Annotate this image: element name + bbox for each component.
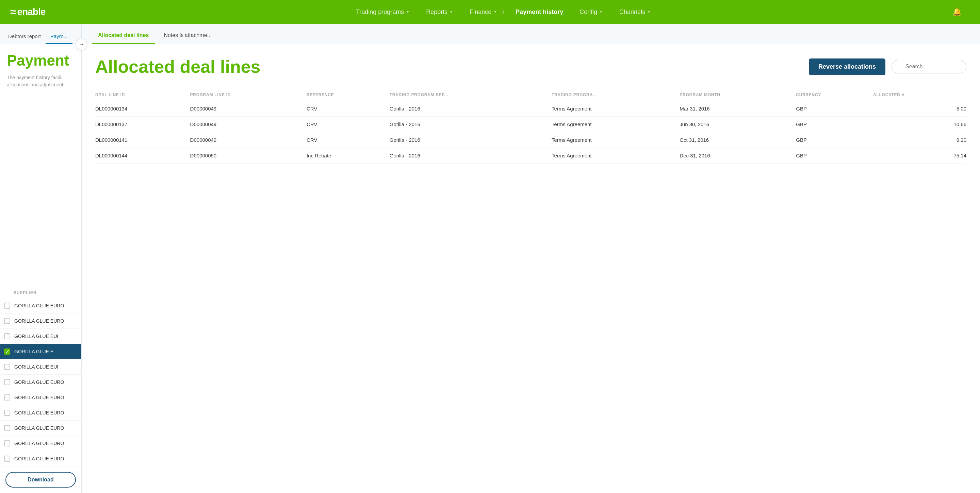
- tab-notes-attachments[interactable]: Notes & attachme...: [158, 27, 218, 44]
- supplier-name: GORILLA GLUE E: [14, 349, 53, 354]
- supplier-name: GORILLA GLUE EURO: [14, 303, 64, 308]
- table-header-row: DEAL LINE IDPROGRAM LINE IDREFERENCETRAD…: [95, 89, 966, 101]
- supplier-row[interactable]: GORILLA GLUE EURO: [0, 298, 81, 314]
- left-content: Payment The payment history facili... al…: [0, 44, 81, 288]
- supplier-checkbox[interactable]: [4, 318, 10, 324]
- cell-program_month: Oct 31, 2016: [679, 132, 796, 148]
- tab-allocated-deal-lines[interactable]: Allocated deal lines: [92, 27, 155, 44]
- supplier-row[interactable]: GORILLA GLUE EURO: [0, 451, 81, 466]
- nav-config[interactable]: Config ▼: [571, 0, 611, 24]
- nav-channels[interactable]: Channels ▼: [611, 0, 659, 24]
- supplier-name: GORILLA GLUE EURO: [14, 425, 64, 431]
- supplier-checkbox[interactable]: [4, 364, 10, 370]
- supplier-name: GORILLA GLUE EURO: [14, 441, 64, 446]
- supplier-name: GORILLA GLUE EURO: [14, 395, 64, 400]
- cell-allocated_value: 75.14: [873, 148, 966, 163]
- cell-program_month: Mar 31, 2016: [679, 101, 796, 117]
- supplier-row[interactable]: GORILLA GLUE EURO: [0, 436, 81, 451]
- cell-program_line_id: D00000049: [190, 132, 307, 148]
- page-title: Payment: [7, 52, 75, 69]
- nav-right-icons: 🔔 ⁫: [953, 8, 970, 16]
- right-tab-bar: Allocated deal lines Notes & attachme...: [82, 24, 980, 44]
- cell-currency: GBP: [796, 148, 873, 163]
- cell-program_line_id: D00000049: [190, 117, 307, 132]
- table-row[interactable]: DL000000134D00000049CRVGorilla - 2016Ter…: [95, 101, 966, 117]
- cell-allocated_value: 5.00: [873, 101, 966, 117]
- nav-payment-history[interactable]: Payment history: [508, 0, 571, 24]
- tab-debtors-report[interactable]: Debtors report: [3, 29, 46, 44]
- cell-reference: CRV: [307, 101, 390, 117]
- nav-finance-breadcrumb: Finance ▼ › Payment history: [461, 0, 571, 24]
- notification-bell-icon[interactable]: 🔔: [953, 8, 962, 16]
- supplier-row[interactable]: GORILLA GLUE EURO: [0, 314, 81, 329]
- supplier-checkbox[interactable]: [4, 379, 10, 385]
- right-panel: Allocated deal lines Notes & attachme...…: [82, 24, 980, 493]
- supplier-checkbox[interactable]: [4, 303, 10, 309]
- supplier-checkbox[interactable]: [4, 395, 10, 401]
- supplier-name: GORILLA GLUE EURO: [14, 379, 64, 385]
- allocated-deal-lines-table: DEAL LINE IDPROGRAM LINE IDREFERENCETRAD…: [95, 89, 966, 163]
- content-header: Allocated deal lines Reverse allocations…: [95, 56, 966, 77]
- supplier-row[interactable]: GORILLA GLUE EUI: [0, 329, 81, 344]
- col-header-currency: CURRENCY: [796, 89, 873, 101]
- col-header-allocated-value: ALLOCATED V: [873, 89, 966, 101]
- search-wrapper: 🔍: [891, 60, 966, 73]
- supplier-checkbox[interactable]: [4, 440, 10, 446]
- supplier-checkbox[interactable]: [4, 410, 10, 416]
- nav-trading-programs[interactable]: Trading programs ▼: [348, 0, 418, 24]
- cell-deal_line_id: DL000000134: [95, 101, 190, 117]
- nav-finance[interactable]: Finance ▼: [461, 0, 499, 24]
- cell-trading_program_ref: Gorilla - 2016: [390, 101, 552, 117]
- supplier-row[interactable]: GORILLA GLUE EURO: [0, 405, 81, 420]
- content-title: Allocated deal lines: [95, 56, 261, 77]
- cell-deal_line_id: DL000000144: [95, 148, 190, 163]
- cell-deal_line_id: DL000000141: [95, 132, 190, 148]
- supplier-row[interactable]: GORILLA GLUE EURO: [0, 390, 81, 405]
- cell-program_line_id: D00000049: [190, 101, 307, 117]
- cell-allocated_value: 9.20: [873, 132, 966, 148]
- col-header-program-line-id: PROGRAM LINE ID: [190, 89, 307, 101]
- supplier-row[interactable]: GORILLA GLUE EURO: [0, 420, 81, 436]
- supplier-checkbox[interactable]: [4, 425, 10, 431]
- app-logo[interactable]: ≈ enable: [10, 6, 54, 18]
- cell-program_line_id: D00000050: [190, 148, 307, 163]
- chevron-down-icon: ▼: [406, 10, 410, 14]
- cell-trading_program: Terms Agreement: [552, 101, 679, 117]
- table-row[interactable]: DL000000141D00000049CRVGorilla - 2016Ter…: [95, 132, 966, 148]
- left-panel: Debtors report Paym... Payment The payme…: [0, 24, 82, 493]
- supplier-name: GORILLA GLUE EURO: [14, 318, 64, 324]
- supplier-row[interactable]: ✓GORILLA GLUE E: [0, 344, 81, 359]
- tab-payment-history[interactable]: Paym...: [46, 29, 73, 44]
- supplier-checkbox[interactable]: ✓: [4, 349, 10, 355]
- logo-wave-icon: ≈: [10, 6, 16, 18]
- supplier-row[interactable]: GORILLA GLUE EURO: [0, 375, 81, 390]
- supplier-checkbox[interactable]: [4, 333, 10, 339]
- table-body: DL000000134D00000049CRVGorilla - 2016Ter…: [95, 101, 966, 163]
- main-layout: Debtors report Paym... Payment The payme…: [0, 24, 980, 493]
- cell-currency: GBP: [796, 132, 873, 148]
- supplier-list-container: SUPPLIER GORILLA GLUE EUROGORILLA GLUE E…: [0, 288, 81, 466]
- col-header-trading-program: TRADING PROGRA...: [552, 89, 679, 101]
- reverse-allocations-button[interactable]: Reverse allocations: [809, 59, 885, 75]
- page-description: The payment history facili... allocation…: [7, 74, 75, 89]
- supplier-name: GORILLA GLUE EUI: [14, 364, 58, 369]
- arrow-right-icon: →: [79, 41, 84, 48]
- cell-allocated_value: 10.66: [873, 117, 966, 132]
- supplier-list-header: SUPPLIER: [0, 288, 81, 298]
- cell-reference: Inc Rebate: [307, 148, 390, 163]
- right-content: Allocated deal lines Reverse allocations…: [82, 44, 980, 493]
- search-input[interactable]: [891, 60, 966, 73]
- chevron-down-icon: ▼: [493, 10, 497, 14]
- nav-reports[interactable]: Reports ▼: [418, 0, 461, 24]
- left-tab-bar: Debtors report Paym...: [0, 24, 81, 44]
- supplier-checkbox[interactable]: [4, 456, 10, 462]
- supplier-name: GORILLA GLUE EURO: [14, 456, 64, 461]
- supplier-row[interactable]: GORILLA GLUE EUI: [0, 359, 81, 375]
- table-row[interactable]: DL000000137D00000049CRVGorilla - 2016Ter…: [95, 117, 966, 132]
- content-actions: Reverse allocations 🔍: [809, 59, 966, 75]
- panel-toggle-button[interactable]: →: [76, 39, 87, 50]
- table-row[interactable]: DL000000144D00000050Inc RebateGorilla - …: [95, 148, 966, 163]
- supplier-name: GORILLA GLUE EURO: [14, 410, 64, 415]
- cell-trading_program: Terms Agreement: [552, 132, 679, 148]
- download-button[interactable]: Download: [5, 472, 76, 488]
